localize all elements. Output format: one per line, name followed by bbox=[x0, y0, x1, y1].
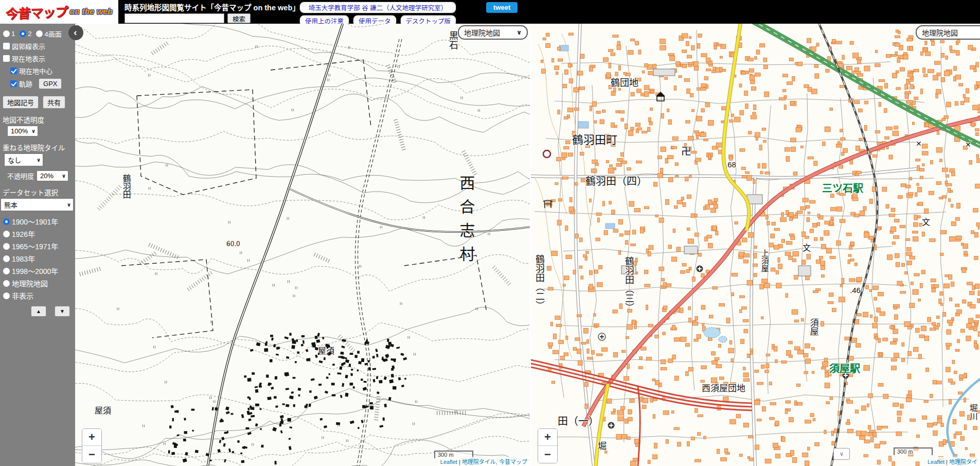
screen-radio-label-2: 4画面 bbox=[44, 29, 61, 39]
app-root: 今昔マップ on the web 時系列地形図閲覧サイト「今昔マップ on th… bbox=[0, 0, 980, 466]
gpx-button[interactable]: GPX bbox=[39, 78, 62, 89]
site-title: 時系列地形図閲覧サイト「今昔マップ on the web」 bbox=[124, 2, 294, 12]
collapse-control[interactable]: ∨ bbox=[833, 448, 850, 460]
radio-icon bbox=[3, 280, 10, 287]
map-symbols-button[interactable]: 地図記号 bbox=[3, 96, 39, 109]
overlay-tile-value: なし bbox=[8, 155, 21, 165]
display-check-label-1: 現在地表示 bbox=[12, 54, 45, 63]
dataset-updown: ▲ ▼ bbox=[0, 306, 70, 317]
dataset-up-button[interactable]: ▲ bbox=[31, 306, 46, 317]
chevron-down-icon: ∨ bbox=[62, 173, 66, 179]
sidebar-collapse-button[interactable]: ‹ bbox=[68, 25, 83, 40]
overlay-opacity-select[interactable]: 20% ∨ bbox=[37, 170, 68, 181]
chevron-down-icon: ∨ bbox=[840, 451, 844, 457]
right-attribution: Leaflet | 地理院タイ bbox=[925, 457, 980, 466]
checkbox-icon bbox=[3, 55, 10, 62]
dataset-select[interactable]: 熊本 ∨ bbox=[1, 198, 74, 211]
year-radio-2[interactable]: 1965～1971年 bbox=[3, 241, 75, 251]
right-map-tiles bbox=[531, 24, 980, 466]
zoom-out-button[interactable]: − bbox=[538, 446, 557, 463]
tiles-credit-link[interactable]: 地理院タイ bbox=[949, 459, 977, 465]
tiles-credit-link[interactable]: 地理院タイル, 今昔マップ bbox=[462, 459, 527, 465]
year-radio-3[interactable]: 1983年 bbox=[3, 253, 75, 264]
chevron-down-icon: ∨ bbox=[31, 128, 35, 134]
map-label: 三ツ石駅 bbox=[822, 183, 863, 194]
dataset-label: データセット選択 bbox=[3, 187, 75, 197]
radio-icon bbox=[3, 231, 10, 237]
left-map[interactable]: 黒石鶴羽田西合志村60.0屋須屋須 地理院地図 ∨ + − 300 m Leaf… bbox=[75, 24, 530, 466]
display-check-label-0: 図郭線表示 bbox=[12, 41, 45, 51]
display-check-3[interactable]: 軌跡GPX bbox=[10, 78, 75, 89]
screen-radio-2[interactable]: 4画面 bbox=[36, 29, 61, 39]
search-row: 検索 bbox=[124, 13, 294, 23]
lab-link[interactable]: 埼玉大学教育学部 谷 謙二（人文地理学研究室） bbox=[299, 2, 456, 13]
zoom-in-button[interactable]: + bbox=[538, 429, 557, 446]
chevron-down-icon: ∨ bbox=[67, 202, 71, 208]
leaflet-link[interactable]: Leaflet bbox=[440, 459, 457, 465]
right-layer-select[interactable]: 地理院地図 ∨ bbox=[916, 25, 980, 40]
year-radio-1[interactable]: 1926年 bbox=[3, 229, 75, 239]
header-links: 埼玉大学教育学部 谷 謙二（人文地理学研究室） 使用上の注意 使用データ デスク… bbox=[299, 2, 456, 27]
map-label: 田（一） bbox=[558, 416, 599, 427]
map-label: 鶴団地 bbox=[611, 78, 638, 88]
header: 今昔マップ on the web 時系列地形図閲覧サイト「今昔マップ on th… bbox=[0, 0, 980, 24]
title-search-block: 時系列地形図閲覧サイト「今昔マップ on the web」 検索 bbox=[124, 0, 294, 23]
checkbox-icon bbox=[3, 43, 10, 49]
screen-radio-1[interactable]: 2 bbox=[20, 30, 31, 38]
year-radio-5[interactable]: 地理院地図 bbox=[3, 278, 75, 288]
map-panels: ‹ 黒石鶴羽田西合志村60.0屋須屋須 地理院地図 ∨ + − 300 m Le… bbox=[75, 24, 980, 466]
left-layer-select[interactable]: 地理院地図 ∨ bbox=[458, 25, 528, 40]
display-check-1[interactable]: 現在地表示 bbox=[3, 54, 75, 63]
map-label: 文 bbox=[803, 244, 811, 253]
search-input[interactable] bbox=[124, 13, 224, 23]
left-zoom-control: + − bbox=[82, 428, 102, 463]
search-button[interactable]: 検索 bbox=[227, 13, 251, 23]
chevron-down-icon: ∨ bbox=[516, 29, 522, 36]
radio-icon bbox=[3, 292, 10, 299]
site-logo[interactable]: 今昔マップ on the web bbox=[0, 0, 118, 24]
map-opacity-label: 地図不透明度 bbox=[3, 114, 75, 125]
map-label: 黒石 bbox=[448, 31, 457, 49]
attribution-separator: | bbox=[945, 459, 949, 465]
left-attribution: Leaflet | 地理院タイル, 今昔マップ bbox=[438, 457, 530, 466]
map-label: 西須屋団地 bbox=[702, 384, 745, 393]
right-layer-value: 地理院地図 bbox=[922, 27, 958, 38]
dataset-down-button[interactable]: ▼ bbox=[55, 306, 70, 317]
logo-sub-text: on the web bbox=[69, 7, 113, 16]
display-check-label-3: 軌跡 bbox=[19, 79, 32, 89]
zoom-in-button[interactable]: + bbox=[82, 429, 101, 446]
year-radio-label-6: 非表示 bbox=[12, 290, 33, 301]
overlay-tile-select[interactable]: なし ∨ bbox=[4, 153, 43, 166]
map-label: 鶴羽田（四） bbox=[585, 176, 647, 187]
radio-icon bbox=[3, 218, 10, 225]
year-radio-4[interactable]: 1998～2000年 bbox=[3, 266, 75, 276]
screen-radio-0[interactable]: 1 bbox=[3, 30, 15, 38]
tweet-button[interactable]: tweet bbox=[486, 2, 518, 13]
map-opacity-value: 100% bbox=[11, 127, 28, 135]
year-radio-list: 1900～1901年1926年1965～1971年1983年1998～2000年… bbox=[0, 216, 75, 301]
share-button[interactable]: 共有 bbox=[43, 96, 65, 109]
map-label: 文 bbox=[922, 218, 930, 227]
radio-icon bbox=[3, 268, 10, 274]
map-label: ✕ bbox=[965, 141, 971, 149]
main-area: 124画面 図郭線表示現在地表示現在地中心軌跡GPX 地図記号 共有 地図不透明… bbox=[0, 24, 980, 466]
year-radio-0[interactable]: 1900～1901年 bbox=[3, 216, 75, 227]
display-check-label-2: 現在地中心 bbox=[19, 66, 52, 76]
station-icon bbox=[608, 422, 615, 429]
right-zoom-control: + − bbox=[538, 428, 558, 463]
zoom-out-button[interactable]: − bbox=[82, 446, 101, 463]
year-radio-label-4: 1998～2000年 bbox=[12, 266, 58, 276]
overlay-opacity-label: 不透明度 bbox=[7, 171, 34, 181]
map-opacity-select[interactable]: 100% ∨ bbox=[7, 126, 38, 136]
right-map[interactable]: 黒石鶴団地鶴羽田町鶴羽田（四）三ツ石駅.68上須屋鶴羽田（三）鶴羽田（二）須屋須… bbox=[531, 24, 980, 466]
map-label: 鶴羽田（二） bbox=[534, 254, 544, 310]
map-label: 鶴羽田（三） bbox=[623, 256, 633, 312]
left-layer-value: 地理院地図 bbox=[464, 27, 500, 38]
health-center-icon bbox=[598, 333, 605, 340]
map-label: ✕ bbox=[916, 140, 922, 148]
leaflet-link[interactable]: Leaflet bbox=[928, 459, 945, 465]
year-radio-6[interactable]: 非表示 bbox=[3, 290, 75, 301]
display-check-2[interactable]: 現在地中心 bbox=[10, 66, 75, 76]
map-label: 屋須 bbox=[95, 407, 111, 416]
display-check-0[interactable]: 図郭線表示 bbox=[3, 41, 75, 51]
